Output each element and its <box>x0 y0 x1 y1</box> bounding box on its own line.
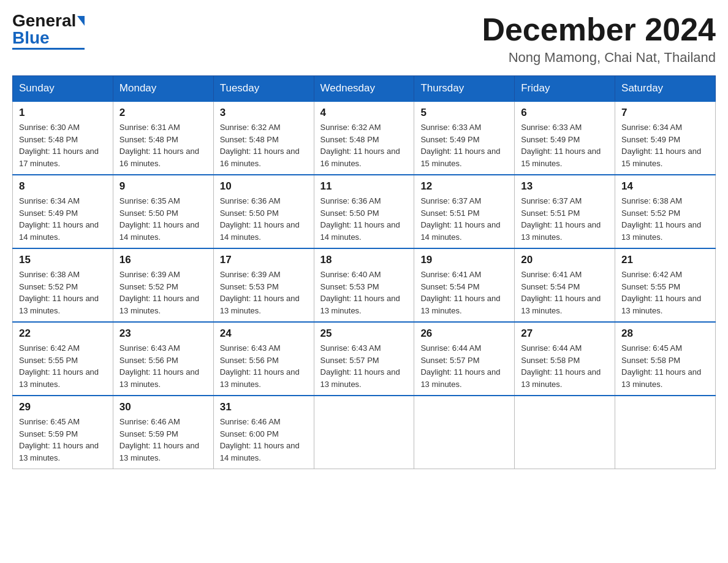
logo-underline <box>12 48 85 50</box>
calendar-cell: 2Sunrise: 6:31 AMSunset: 5:48 PMDaylight… <box>113 101 213 175</box>
day-info: Sunrise: 6:42 AMSunset: 5:55 PMDaylight:… <box>19 342 107 390</box>
day-info: Sunrise: 6:33 AMSunset: 5:49 PMDaylight:… <box>521 121 609 169</box>
calendar-cell: 12Sunrise: 6:37 AMSunset: 5:51 PMDayligh… <box>414 175 515 248</box>
day-info: Sunrise: 6:34 AMSunset: 5:49 PMDaylight:… <box>19 195 107 243</box>
day-info: Sunrise: 6:36 AMSunset: 5:50 PMDaylight:… <box>220 195 308 243</box>
day-info: Sunrise: 6:41 AMSunset: 5:54 PMDaylight:… <box>521 269 609 316</box>
calendar-cell: 8Sunrise: 6:34 AMSunset: 5:49 PMDaylight… <box>13 175 113 248</box>
logo-general-text: General <box>12 12 76 29</box>
logo-blue-text: Blue <box>12 29 50 47</box>
day-info: Sunrise: 6:39 AMSunset: 5:53 PMDaylight:… <box>220 269 308 316</box>
day-info: Sunrise: 6:31 AMSunset: 5:48 PMDaylight:… <box>119 121 207 169</box>
week-row-4: 22Sunrise: 6:42 AMSunset: 5:55 PMDayligh… <box>13 322 716 396</box>
day-info: Sunrise: 6:38 AMSunset: 5:52 PMDaylight:… <box>621 195 709 243</box>
calendar-cell: 25Sunrise: 6:43 AMSunset: 5:57 PMDayligh… <box>314 322 414 396</box>
day-number: 29 <box>19 401 107 413</box>
day-info: Sunrise: 6:41 AMSunset: 5:54 PMDaylight:… <box>420 269 508 316</box>
day-info: Sunrise: 6:33 AMSunset: 5:49 PMDaylight:… <box>420 121 508 169</box>
week-row-5: 29Sunrise: 6:45 AMSunset: 5:59 PMDayligh… <box>13 396 716 469</box>
calendar-cell: 7Sunrise: 6:34 AMSunset: 5:49 PMDaylight… <box>615 101 716 175</box>
day-info: Sunrise: 6:43 AMSunset: 5:57 PMDaylight:… <box>320 342 408 390</box>
day-number: 19 <box>420 254 508 266</box>
day-number: 15 <box>19 254 107 266</box>
day-info: Sunrise: 6:43 AMSunset: 5:56 PMDaylight:… <box>220 342 308 390</box>
day-info: Sunrise: 6:45 AMSunset: 5:59 PMDaylight:… <box>19 416 107 464</box>
calendar-cell: 6Sunrise: 6:33 AMSunset: 5:49 PMDaylight… <box>515 101 615 175</box>
day-number: 11 <box>320 180 408 193</box>
day-info: Sunrise: 6:37 AMSunset: 5:51 PMDaylight:… <box>420 195 508 243</box>
day-info: Sunrise: 6:38 AMSunset: 5:52 PMDaylight:… <box>19 269 107 316</box>
location-title: Nong Mamong, Chai Nat, Thailand <box>482 50 716 66</box>
logo: General Blue <box>12 12 85 50</box>
calendar-cell: 14Sunrise: 6:38 AMSunset: 5:52 PMDayligh… <box>615 175 716 248</box>
week-row-1: 1Sunrise: 6:30 AMSunset: 5:48 PMDaylight… <box>13 101 716 175</box>
calendar-cell: 4Sunrise: 6:32 AMSunset: 5:48 PMDaylight… <box>314 101 414 175</box>
calendar-cell: 21Sunrise: 6:42 AMSunset: 5:55 PMDayligh… <box>615 248 716 322</box>
calendar-cell: 30Sunrise: 6:46 AMSunset: 5:59 PMDayligh… <box>113 396 213 469</box>
day-info: Sunrise: 6:40 AMSunset: 5:53 PMDaylight:… <box>320 269 408 316</box>
day-info: Sunrise: 6:46 AMSunset: 6:00 PMDaylight:… <box>220 416 308 464</box>
header-thursday: Thursday <box>414 76 515 102</box>
calendar-cell: 29Sunrise: 6:45 AMSunset: 5:59 PMDayligh… <box>13 396 113 469</box>
day-number: 24 <box>220 327 308 340</box>
day-info: Sunrise: 6:45 AMSunset: 5:58 PMDaylight:… <box>621 342 709 390</box>
logo-triangle-icon <box>77 16 85 26</box>
day-number: 18 <box>320 254 408 266</box>
calendar-cell: 1Sunrise: 6:30 AMSunset: 5:48 PMDaylight… <box>13 101 113 175</box>
calendar-cell: 10Sunrise: 6:36 AMSunset: 5:50 PMDayligh… <box>213 175 314 248</box>
day-info: Sunrise: 6:35 AMSunset: 5:50 PMDaylight:… <box>119 195 207 243</box>
day-number: 10 <box>220 180 308 193</box>
day-number: 16 <box>119 254 207 266</box>
day-info: Sunrise: 6:42 AMSunset: 5:55 PMDaylight:… <box>621 269 709 316</box>
calendar-cell: 13Sunrise: 6:37 AMSunset: 5:51 PMDayligh… <box>515 175 615 248</box>
header-area: General Blue December 2024 Nong Mamong, … <box>12 12 716 66</box>
day-number: 8 <box>19 180 107 193</box>
calendar-cell: 9Sunrise: 6:35 AMSunset: 5:50 PMDaylight… <box>113 175 213 248</box>
calendar-cell: 3Sunrise: 6:32 AMSunset: 5:48 PMDaylight… <box>213 101 314 175</box>
month-title: December 2024 <box>482 12 716 47</box>
calendar-cell: 18Sunrise: 6:40 AMSunset: 5:53 PMDayligh… <box>314 248 414 322</box>
day-info: Sunrise: 6:44 AMSunset: 5:58 PMDaylight:… <box>521 342 609 390</box>
weekday-header-row: Sunday Monday Tuesday Wednesday Thursday… <box>13 76 716 102</box>
day-info: Sunrise: 6:36 AMSunset: 5:50 PMDaylight:… <box>320 195 408 243</box>
calendar-cell: 11Sunrise: 6:36 AMSunset: 5:50 PMDayligh… <box>314 175 414 248</box>
day-number: 27 <box>521 327 609 340</box>
day-number: 26 <box>420 327 508 340</box>
header-tuesday: Tuesday <box>213 76 314 102</box>
day-number: 22 <box>19 327 107 340</box>
day-info: Sunrise: 6:32 AMSunset: 5:48 PMDaylight:… <box>220 121 308 169</box>
day-number: 23 <box>119 327 207 340</box>
calendar-cell: 26Sunrise: 6:44 AMSunset: 5:57 PMDayligh… <box>414 322 515 396</box>
week-row-3: 15Sunrise: 6:38 AMSunset: 5:52 PMDayligh… <box>13 248 716 322</box>
calendar-cell: 22Sunrise: 6:42 AMSunset: 5:55 PMDayligh… <box>13 322 113 396</box>
day-number: 21 <box>621 254 709 266</box>
calendar-cell: 5Sunrise: 6:33 AMSunset: 5:49 PMDaylight… <box>414 101 515 175</box>
day-info: Sunrise: 6:30 AMSunset: 5:48 PMDaylight:… <box>19 121 107 169</box>
calendar-cell <box>314 396 414 469</box>
day-info: Sunrise: 6:37 AMSunset: 5:51 PMDaylight:… <box>521 195 609 243</box>
calendar-cell: 16Sunrise: 6:39 AMSunset: 5:52 PMDayligh… <box>113 248 213 322</box>
day-number: 14 <box>621 180 709 193</box>
day-number: 1 <box>19 107 107 119</box>
day-info: Sunrise: 6:32 AMSunset: 5:48 PMDaylight:… <box>320 121 408 169</box>
calendar-cell: 15Sunrise: 6:38 AMSunset: 5:52 PMDayligh… <box>13 248 113 322</box>
day-info: Sunrise: 6:39 AMSunset: 5:52 PMDaylight:… <box>119 269 207 316</box>
calendar-table: Sunday Monday Tuesday Wednesday Thursday… <box>12 75 716 469</box>
calendar-cell <box>615 396 716 469</box>
day-info: Sunrise: 6:43 AMSunset: 5:56 PMDaylight:… <box>119 342 207 390</box>
day-info: Sunrise: 6:34 AMSunset: 5:49 PMDaylight:… <box>621 121 709 169</box>
day-number: 6 <box>521 107 609 119</box>
header-friday: Friday <box>515 76 615 102</box>
calendar-cell: 17Sunrise: 6:39 AMSunset: 5:53 PMDayligh… <box>213 248 314 322</box>
day-number: 31 <box>220 401 308 413</box>
header-sunday: Sunday <box>13 76 113 102</box>
day-number: 17 <box>220 254 308 266</box>
header-saturday: Saturday <box>615 76 716 102</box>
day-number: 28 <box>621 327 709 340</box>
calendar-cell: 24Sunrise: 6:43 AMSunset: 5:56 PMDayligh… <box>213 322 314 396</box>
day-number: 4 <box>320 107 408 119</box>
day-number: 3 <box>220 107 308 119</box>
day-number: 30 <box>119 401 207 413</box>
calendar-cell: 19Sunrise: 6:41 AMSunset: 5:54 PMDayligh… <box>414 248 515 322</box>
calendar-cell <box>414 396 515 469</box>
